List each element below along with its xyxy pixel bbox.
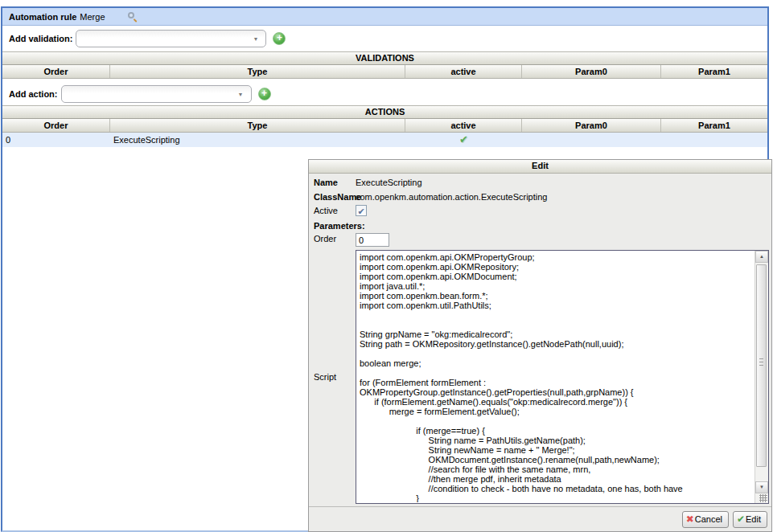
add-action-label: Add action: [9,89,58,99]
rule-name: Merge [80,12,105,22]
scrollbar-thumb[interactable] [756,264,767,467]
validations-col-param1: Param1 [661,65,767,78]
textarea-resize-handle[interactable] [759,494,767,502]
active-check-icon: ✔ [459,133,468,145]
row-param1-cell [661,133,767,147]
chevron-down-icon: ▼ [238,92,244,98]
search-icon[interactable] [128,12,138,22]
name-row: Name ExecuteScripting [314,177,768,190]
active-label: Active [314,205,356,217]
row-active-cell: ✔ [405,133,522,147]
title-bar: Automation rule Merge [2,8,767,26]
actions-section-header: ACTIONS [2,105,767,119]
actions-col-type: Type [110,119,405,132]
cancel-button[interactable]: ✖ Cancel [682,511,729,528]
actions-column-headers: Order Type active Param0 Param1 [2,119,767,133]
script-scrollbar[interactable]: ▲ ▼ [754,251,768,503]
order-input[interactable] [356,233,389,247]
scroll-up-icon[interactable]: ▲ [755,251,768,263]
classname-row: ClassName com.openkm.automation.action.E… [314,191,768,204]
row-type-cell: ExecuteScripting [110,133,405,147]
edit-panel-button-bar: ✖ Cancel ✔ Edit [309,506,771,531]
name-value: ExecuteScripting [356,177,422,189]
validation-type-dropdown[interactable]: ▼ [76,30,266,47]
edit-check-icon: ✔ [737,514,745,524]
chevron-down-icon: ▼ [253,36,259,43]
page-title: Automation rule [9,12,76,22]
action-type-dropdown[interactable]: ▼ [61,85,252,103]
actions-col-param0: Param0 [522,119,661,132]
scroll-down-icon[interactable]: ▼ [755,481,768,493]
order-label: Order [314,233,356,245]
search-icon-handle [133,18,137,23]
script-text: import com.openkm.api.OKMPropertyGroup; … [360,252,754,502]
scrollbar-grip [759,358,763,366]
classname-label: ClassName [314,191,356,203]
table-row[interactable]: 0 ExecuteScripting ✔ [2,133,767,147]
row-order-cell: 0 [2,133,110,147]
validations-col-active: active [405,65,522,78]
active-checkbox[interactable]: ✔ [356,205,367,216]
validations-col-order: Order [2,65,110,78]
add-validation-button[interactable]: + [273,32,286,45]
name-label: Name [314,177,356,189]
row-param0-cell [522,133,661,147]
cancel-cross-icon: ✖ [686,514,694,524]
edit-button[interactable]: ✔ Edit [733,511,767,528]
add-action-button[interactable]: + [258,88,271,100]
actions-col-order: Order [2,119,110,132]
parameters-row: Parameters: [314,220,768,233]
script-label: Script [314,372,336,382]
validations-col-param0: Param0 [522,65,661,78]
validations-section-header: VALIDATIONS [2,51,767,65]
edit-button-label: Edit [746,514,761,524]
add-action-row: Add action: ▼ + [2,83,767,105]
validations-col-type: Type [110,65,405,78]
add-validation-label: Add validation: [9,34,72,43]
parameters-label: Parameters: [314,221,365,231]
script-content-area: import com.openkm.api.OKMPropertyGroup; … [357,252,754,502]
cancel-button-label: Cancel [695,514,722,524]
edit-panel-title: Edit [309,160,771,174]
active-row: Active ✔ [314,205,768,219]
validations-column-headers: Order Type active Param0 Param1 [2,65,767,79]
order-row: Order [314,233,768,248]
edit-panel: Edit Name ExecuteScripting ClassName com… [308,159,772,532]
classname-value: com.openkm.automation.action.ExecuteScri… [356,191,547,203]
search-icon-lens [128,12,134,18]
actions-col-active: active [405,119,522,132]
add-validation-row: Add validation: ▼ + [2,26,767,51]
actions-col-param1: Param1 [661,119,767,132]
checkbox-check-icon: ✔ [357,207,364,216]
script-textarea[interactable]: import com.openkm.api.OKMPropertyGroup; … [356,250,769,504]
